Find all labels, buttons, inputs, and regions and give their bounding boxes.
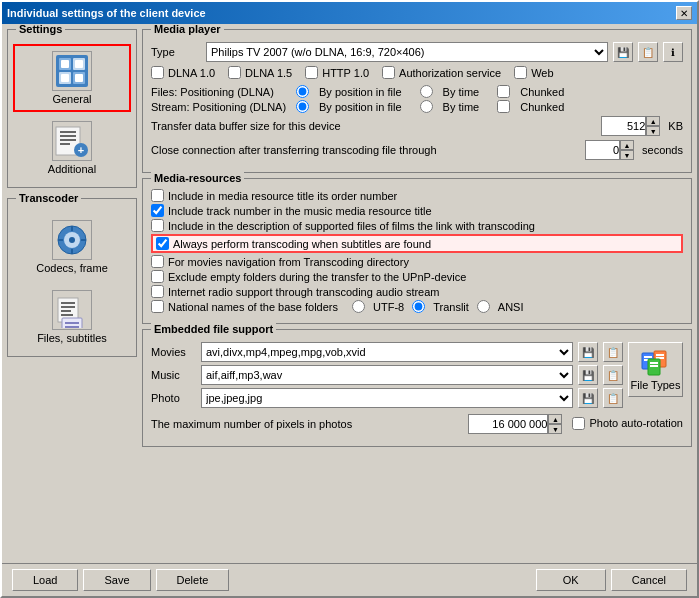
general-icon — [52, 51, 92, 91]
web-checkbox[interactable] — [514, 66, 527, 79]
movies-select[interactable]: avi,divx,mp4,mpeg,mpg,vob,xvid — [201, 342, 573, 362]
nav-item-files[interactable]: Files, subtitles — [13, 283, 131, 351]
save-button[interactable]: Save — [83, 569, 150, 591]
mr-checkbox-5[interactable] — [151, 270, 164, 283]
save-type-button[interactable]: 💾 — [613, 42, 633, 62]
stream-chunked-checkbox[interactable] — [497, 100, 510, 113]
mr-checkbox-2[interactable] — [151, 219, 164, 232]
photo-select[interactable]: jpe,jpeg,jpg — [201, 388, 573, 408]
auth-checkbox[interactable] — [382, 66, 395, 79]
music-save-button[interactable]: 💾 — [578, 365, 598, 385]
mr-label-6: Internet radio support through transcodi… — [168, 286, 440, 298]
file-types-icon — [640, 349, 672, 377]
general-label: General — [52, 93, 91, 105]
mr-checkbox-3[interactable] — [156, 237, 169, 250]
svg-rect-5 — [61, 60, 69, 68]
svg-rect-7 — [61, 74, 69, 82]
http10-checkbox[interactable] — [305, 66, 318, 79]
max-pixels-up-button[interactable]: ▲ — [548, 414, 562, 424]
buffer-up-button[interactable]: ▲ — [646, 116, 660, 126]
mr-label-2: Include in the description of supported … — [168, 220, 535, 232]
close-window-button[interactable]: ✕ — [676, 6, 692, 20]
http10-check: HTTP 1.0 — [305, 66, 369, 79]
max-pixels-down-button[interactable]: ▼ — [548, 424, 562, 434]
movies-copy-button[interactable]: 📋 — [603, 342, 623, 362]
stream-by-time-radio[interactable] — [420, 100, 433, 113]
delete-button[interactable]: Delete — [156, 569, 230, 591]
buffer-down-button[interactable]: ▼ — [646, 126, 660, 136]
copy-type-button[interactable]: 📋 — [638, 42, 658, 62]
buffer-unit-label: KB — [668, 120, 683, 132]
info-type-button[interactable]: ℹ — [663, 42, 683, 62]
files-by-time-radio[interactable] — [420, 85, 433, 98]
close-down-button[interactable]: ▼ — [620, 150, 634, 160]
photo-copy-button[interactable]: 📋 — [603, 388, 623, 408]
translit-radio[interactable] — [412, 300, 425, 313]
stream-by-time-label: By time — [443, 101, 480, 113]
svg-rect-30 — [65, 326, 79, 328]
files-row: Files: Positioning (DLNA) By position in… — [151, 85, 683, 98]
mr-item-2: Include in the description of supported … — [151, 219, 683, 232]
svg-point-18 — [69, 237, 75, 243]
music-select[interactable]: aif,aiff,mp3,wav — [201, 365, 573, 385]
settings-nav-items: General + — [13, 44, 131, 182]
close-label: Close connection after transferring tran… — [151, 144, 580, 156]
ok-button[interactable]: OK — [536, 569, 606, 591]
auto-rotation-checkbox[interactable] — [572, 417, 585, 430]
mr-item-1: Include track number in the music media … — [151, 204, 683, 217]
movies-save-button[interactable]: 💾 — [578, 342, 598, 362]
svg-rect-22 — [81, 239, 86, 241]
movies-label: Movies — [151, 346, 196, 358]
media-player-section: Media player Type Philips TV 2007 (w/o D… — [142, 29, 692, 173]
type-select[interactable]: Philips TV 2007 (w/o DLNA, 16:9, 720×406… — [206, 42, 608, 62]
mr-checkbox-4[interactable] — [151, 255, 164, 268]
right-panel: Media player Type Philips TV 2007 (w/o D… — [142, 29, 692, 558]
music-copy-button[interactable]: 📋 — [603, 365, 623, 385]
close-up-button[interactable]: ▲ — [620, 140, 634, 150]
embedded-title: Embedded file support — [151, 323, 276, 335]
dlna15-checkbox[interactable] — [228, 66, 241, 79]
files-radio-group: By position in file By time Chunked — [296, 85, 564, 98]
svg-rect-21 — [58, 239, 63, 241]
dlna1-checkbox[interactable] — [151, 66, 164, 79]
mr-item-6: Internet radio support through transcodi… — [151, 285, 683, 298]
photo-save-button[interactable]: 💾 — [578, 388, 598, 408]
mr-checkbox-0[interactable] — [151, 189, 164, 202]
stream-radio-group: By position in file By time Chunked — [296, 100, 564, 113]
nav-item-additional[interactable]: + Additional — [13, 114, 131, 182]
cancel-button[interactable]: Cancel — [611, 569, 687, 591]
files-chunked-checkbox[interactable] — [497, 85, 510, 98]
mr-checkbox-1[interactable] — [151, 204, 164, 217]
file-types-button[interactable]: File Types — [628, 342, 683, 397]
web-label: Web — [531, 67, 553, 79]
files-icon — [52, 290, 92, 330]
files-by-position-radio[interactable] — [296, 85, 309, 98]
settings-group-title: Settings — [16, 24, 65, 35]
mr-item-4: For movies navigation from Transcoding d… — [151, 255, 683, 268]
ansi-radio[interactable] — [477, 300, 490, 313]
svg-rect-24 — [61, 302, 75, 304]
nav-item-codecs[interactable]: Codecs, frame — [13, 213, 131, 281]
media-player-title: Media player — [151, 24, 224, 35]
svg-rect-39 — [650, 365, 658, 367]
files-label: Files, subtitles — [37, 332, 107, 344]
load-button[interactable]: Load — [12, 569, 78, 591]
max-pixels-input[interactable] — [468, 414, 548, 434]
auto-rotation-check: Photo auto-rotation — [572, 417, 683, 430]
mr-checkbox-6[interactable] — [151, 285, 164, 298]
svg-rect-38 — [650, 362, 658, 364]
main-window: Individual settings of the client device… — [0, 0, 699, 598]
codecs-icon — [52, 220, 92, 260]
stream-by-position-radio[interactable] — [296, 100, 309, 113]
nav-item-general[interactable]: General — [13, 44, 131, 112]
close-unit-label: seconds — [642, 144, 683, 156]
close-value-input[interactable] — [585, 140, 620, 160]
web-check: Web — [514, 66, 553, 79]
mr-checkbox-7[interactable] — [151, 300, 164, 313]
photo-row: Photo jpe,jpeg,jpg 💾 📋 — [151, 388, 623, 408]
mr-label-4: For movies navigation from Transcoding d… — [168, 256, 409, 268]
utf8-radio[interactable] — [352, 300, 365, 313]
close-spin-buttons: ▲ ▼ — [620, 140, 634, 160]
buffer-value-input[interactable] — [601, 116, 646, 136]
svg-rect-8 — [75, 74, 83, 82]
